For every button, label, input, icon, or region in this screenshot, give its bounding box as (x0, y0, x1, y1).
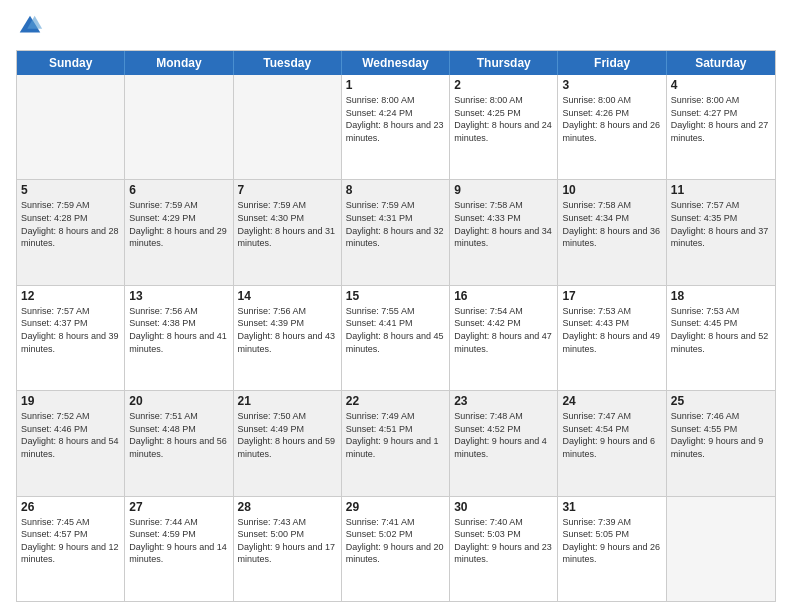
day-number: 12 (21, 289, 120, 303)
day-info: Sunrise: 7:59 AM Sunset: 4:29 PM Dayligh… (129, 199, 228, 249)
cal-cell: 19Sunrise: 7:52 AM Sunset: 4:46 PM Dayli… (17, 391, 125, 495)
day-number: 10 (562, 183, 661, 197)
day-info: Sunrise: 7:58 AM Sunset: 4:33 PM Dayligh… (454, 199, 553, 249)
cal-cell: 13Sunrise: 7:56 AM Sunset: 4:38 PM Dayli… (125, 286, 233, 390)
day-number: 6 (129, 183, 228, 197)
day-info: Sunrise: 8:00 AM Sunset: 4:27 PM Dayligh… (671, 94, 771, 144)
cal-cell: 10Sunrise: 7:58 AM Sunset: 4:34 PM Dayli… (558, 180, 666, 284)
day-number: 29 (346, 500, 445, 514)
weekday-header-tuesday: Tuesday (234, 51, 342, 75)
day-number: 30 (454, 500, 553, 514)
cal-cell: 3Sunrise: 8:00 AM Sunset: 4:26 PM Daylig… (558, 75, 666, 179)
day-number: 7 (238, 183, 337, 197)
day-info: Sunrise: 7:53 AM Sunset: 4:45 PM Dayligh… (671, 305, 771, 355)
day-number: 3 (562, 78, 661, 92)
calendar: SundayMondayTuesdayWednesdayThursdayFrid… (16, 50, 776, 602)
day-info: Sunrise: 7:59 AM Sunset: 4:31 PM Dayligh… (346, 199, 445, 249)
cal-cell: 12Sunrise: 7:57 AM Sunset: 4:37 PM Dayli… (17, 286, 125, 390)
day-info: Sunrise: 7:59 AM Sunset: 4:30 PM Dayligh… (238, 199, 337, 249)
day-number: 26 (21, 500, 120, 514)
day-info: Sunrise: 7:39 AM Sunset: 5:05 PM Dayligh… (562, 516, 661, 566)
cal-cell: 18Sunrise: 7:53 AM Sunset: 4:45 PM Dayli… (667, 286, 775, 390)
day-number: 2 (454, 78, 553, 92)
day-info: Sunrise: 7:56 AM Sunset: 4:39 PM Dayligh… (238, 305, 337, 355)
cal-cell: 7Sunrise: 7:59 AM Sunset: 4:30 PM Daylig… (234, 180, 342, 284)
cal-cell: 28Sunrise: 7:43 AM Sunset: 5:00 PM Dayli… (234, 497, 342, 601)
day-info: Sunrise: 7:53 AM Sunset: 4:43 PM Dayligh… (562, 305, 661, 355)
cal-cell (667, 497, 775, 601)
day-info: Sunrise: 7:44 AM Sunset: 4:59 PM Dayligh… (129, 516, 228, 566)
day-info: Sunrise: 7:50 AM Sunset: 4:49 PM Dayligh… (238, 410, 337, 460)
week-row-3: 12Sunrise: 7:57 AM Sunset: 4:37 PM Dayli… (17, 285, 775, 390)
cal-cell: 23Sunrise: 7:48 AM Sunset: 4:52 PM Dayli… (450, 391, 558, 495)
cal-cell: 6Sunrise: 7:59 AM Sunset: 4:29 PM Daylig… (125, 180, 233, 284)
cal-cell (125, 75, 233, 179)
day-info: Sunrise: 7:55 AM Sunset: 4:41 PM Dayligh… (346, 305, 445, 355)
day-number: 21 (238, 394, 337, 408)
cal-cell (234, 75, 342, 179)
cal-cell: 26Sunrise: 7:45 AM Sunset: 4:57 PM Dayli… (17, 497, 125, 601)
cal-cell: 27Sunrise: 7:44 AM Sunset: 4:59 PM Dayli… (125, 497, 233, 601)
cal-cell: 4Sunrise: 8:00 AM Sunset: 4:27 PM Daylig… (667, 75, 775, 179)
day-number: 20 (129, 394, 228, 408)
cal-cell: 20Sunrise: 7:51 AM Sunset: 4:48 PM Dayli… (125, 391, 233, 495)
cal-cell: 2Sunrise: 8:00 AM Sunset: 4:25 PM Daylig… (450, 75, 558, 179)
cal-cell: 9Sunrise: 7:58 AM Sunset: 4:33 PM Daylig… (450, 180, 558, 284)
day-number: 24 (562, 394, 661, 408)
day-number: 9 (454, 183, 553, 197)
day-info: Sunrise: 7:57 AM Sunset: 4:35 PM Dayligh… (671, 199, 771, 249)
cal-cell: 30Sunrise: 7:40 AM Sunset: 5:03 PM Dayli… (450, 497, 558, 601)
day-info: Sunrise: 7:48 AM Sunset: 4:52 PM Dayligh… (454, 410, 553, 460)
day-number: 11 (671, 183, 771, 197)
day-number: 1 (346, 78, 445, 92)
day-info: Sunrise: 8:00 AM Sunset: 4:25 PM Dayligh… (454, 94, 553, 144)
day-number: 5 (21, 183, 120, 197)
day-number: 16 (454, 289, 553, 303)
cal-cell: 15Sunrise: 7:55 AM Sunset: 4:41 PM Dayli… (342, 286, 450, 390)
week-row-4: 19Sunrise: 7:52 AM Sunset: 4:46 PM Dayli… (17, 390, 775, 495)
page: SundayMondayTuesdayWednesdayThursdayFrid… (0, 0, 792, 612)
cal-cell: 17Sunrise: 7:53 AM Sunset: 4:43 PM Dayli… (558, 286, 666, 390)
day-info: Sunrise: 7:47 AM Sunset: 4:54 PM Dayligh… (562, 410, 661, 460)
day-info: Sunrise: 7:40 AM Sunset: 5:03 PM Dayligh… (454, 516, 553, 566)
cal-cell: 31Sunrise: 7:39 AM Sunset: 5:05 PM Dayli… (558, 497, 666, 601)
calendar-header-row: SundayMondayTuesdayWednesdayThursdayFrid… (17, 51, 775, 75)
weekday-header-monday: Monday (125, 51, 233, 75)
header (16, 12, 776, 40)
weekday-header-sunday: Sunday (17, 51, 125, 75)
weekday-header-saturday: Saturday (667, 51, 775, 75)
weekday-header-wednesday: Wednesday (342, 51, 450, 75)
cal-cell: 25Sunrise: 7:46 AM Sunset: 4:55 PM Dayli… (667, 391, 775, 495)
day-number: 18 (671, 289, 771, 303)
cal-cell: 21Sunrise: 7:50 AM Sunset: 4:49 PM Dayli… (234, 391, 342, 495)
day-info: Sunrise: 7:41 AM Sunset: 5:02 PM Dayligh… (346, 516, 445, 566)
cal-cell: 8Sunrise: 7:59 AM Sunset: 4:31 PM Daylig… (342, 180, 450, 284)
day-info: Sunrise: 7:51 AM Sunset: 4:48 PM Dayligh… (129, 410, 228, 460)
day-number: 25 (671, 394, 771, 408)
cal-cell: 14Sunrise: 7:56 AM Sunset: 4:39 PM Dayli… (234, 286, 342, 390)
cal-cell: 22Sunrise: 7:49 AM Sunset: 4:51 PM Dayli… (342, 391, 450, 495)
logo-icon (16, 12, 44, 40)
day-info: Sunrise: 7:59 AM Sunset: 4:28 PM Dayligh… (21, 199, 120, 249)
calendar-body: 1Sunrise: 8:00 AM Sunset: 4:24 PM Daylig… (17, 75, 775, 601)
day-info: Sunrise: 7:52 AM Sunset: 4:46 PM Dayligh… (21, 410, 120, 460)
cal-cell: 11Sunrise: 7:57 AM Sunset: 4:35 PM Dayli… (667, 180, 775, 284)
day-info: Sunrise: 7:43 AM Sunset: 5:00 PM Dayligh… (238, 516, 337, 566)
day-info: Sunrise: 8:00 AM Sunset: 4:24 PM Dayligh… (346, 94, 445, 144)
week-row-2: 5Sunrise: 7:59 AM Sunset: 4:28 PM Daylig… (17, 179, 775, 284)
day-info: Sunrise: 7:45 AM Sunset: 4:57 PM Dayligh… (21, 516, 120, 566)
day-info: Sunrise: 7:57 AM Sunset: 4:37 PM Dayligh… (21, 305, 120, 355)
cal-cell: 24Sunrise: 7:47 AM Sunset: 4:54 PM Dayli… (558, 391, 666, 495)
cal-cell: 16Sunrise: 7:54 AM Sunset: 4:42 PM Dayli… (450, 286, 558, 390)
day-number: 23 (454, 394, 553, 408)
day-number: 17 (562, 289, 661, 303)
day-number: 13 (129, 289, 228, 303)
day-info: Sunrise: 8:00 AM Sunset: 4:26 PM Dayligh… (562, 94, 661, 144)
day-number: 8 (346, 183, 445, 197)
cal-cell: 1Sunrise: 8:00 AM Sunset: 4:24 PM Daylig… (342, 75, 450, 179)
day-info: Sunrise: 7:56 AM Sunset: 4:38 PM Dayligh… (129, 305, 228, 355)
day-number: 14 (238, 289, 337, 303)
day-info: Sunrise: 7:54 AM Sunset: 4:42 PM Dayligh… (454, 305, 553, 355)
week-row-1: 1Sunrise: 8:00 AM Sunset: 4:24 PM Daylig… (17, 75, 775, 179)
logo (16, 12, 48, 40)
